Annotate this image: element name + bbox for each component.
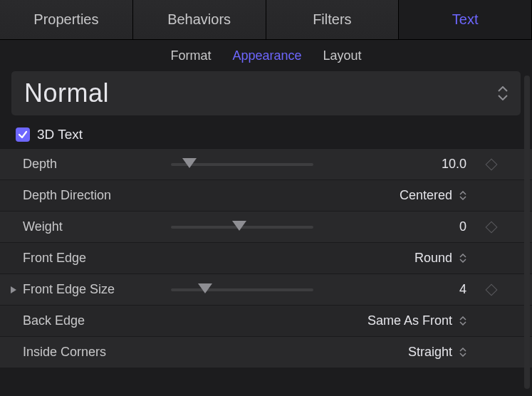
row-back-edge: Back Edge Same As Front (0, 305, 532, 336)
parameter-list: Depth 10.0 Depth Direction Centered Weig… (0, 148, 532, 368)
select-front-edge[interactable]: Round (338, 251, 466, 266)
preset-picker[interactable]: Normal (11, 71, 521, 115)
row-front-edge: Front Edge Round (0, 242, 532, 273)
slider-thumb[interactable] (198, 283, 212, 293)
keyframe-icon[interactable] (486, 283, 498, 296)
slider-depth[interactable] (171, 163, 313, 166)
param-label: Depth Direction (23, 188, 111, 203)
preset-label: Normal (24, 78, 109, 108)
subtab-appearance[interactable]: Appearance (232, 48, 301, 63)
row-depth: Depth 10.0 (0, 148, 532, 179)
select-back-edge[interactable]: Same As Front (338, 313, 466, 328)
param-label: Depth (23, 157, 57, 172)
keyframe-icon[interactable] (486, 221, 498, 233)
scrollbar[interactable] (524, 75, 530, 389)
param-label: Inside Corners (23, 345, 106, 360)
param-label: Back Edge (23, 313, 85, 328)
value-weight[interactable]: 0 (338, 219, 466, 234)
select-depth-direction[interactable]: Centered (338, 188, 466, 203)
subtab-layout[interactable]: Layout (323, 48, 362, 63)
param-label: Front Edge Size (23, 282, 115, 297)
slider-front-edge-size[interactable] (171, 288, 313, 291)
chevron-up-down-icon (498, 86, 508, 100)
row-weight: Weight 0 (0, 211, 532, 242)
slider-thumb[interactable] (232, 221, 246, 231)
tab-filters[interactable]: Filters (266, 0, 400, 39)
section-header-3d-text: 3D Text (0, 123, 532, 148)
tab-text[interactable]: Text (399, 0, 532, 39)
tab-properties[interactable]: Properties (0, 0, 133, 39)
param-label: Front Edge (23, 251, 86, 266)
slider-weight[interactable] (171, 226, 313, 229)
subtab-format[interactable]: Format (170, 48, 211, 63)
param-label: Weight (23, 219, 63, 234)
row-inside-corners: Inside Corners Straight (0, 336, 532, 368)
chevron-up-down-icon (459, 316, 466, 325)
sub-tab-bar: Format Appearance Layout (0, 43, 532, 68)
value-front-edge-size[interactable]: 4 (338, 282, 466, 297)
tab-behaviors[interactable]: Behaviors (133, 0, 266, 39)
checkbox-3d-text[interactable] (16, 127, 30, 142)
row-depth-direction: Depth Direction Centered (0, 179, 532, 211)
value-depth[interactable]: 10.0 (338, 157, 466, 172)
main-tab-bar: Properties Behaviors Filters Text (0, 0, 532, 40)
chevron-up-down-icon (459, 254, 466, 263)
select-inside-corners[interactable]: Straight (338, 345, 466, 360)
section-title: 3D Text (37, 127, 83, 142)
keyframe-icon[interactable] (486, 158, 498, 170)
disclosure-triangle-icon[interactable] (10, 286, 20, 294)
chevron-up-down-icon (459, 348, 466, 357)
slider-thumb[interactable] (182, 158, 197, 168)
chevron-up-down-icon (459, 191, 466, 200)
row-front-edge-size: Front Edge Size 4 (0, 273, 532, 305)
